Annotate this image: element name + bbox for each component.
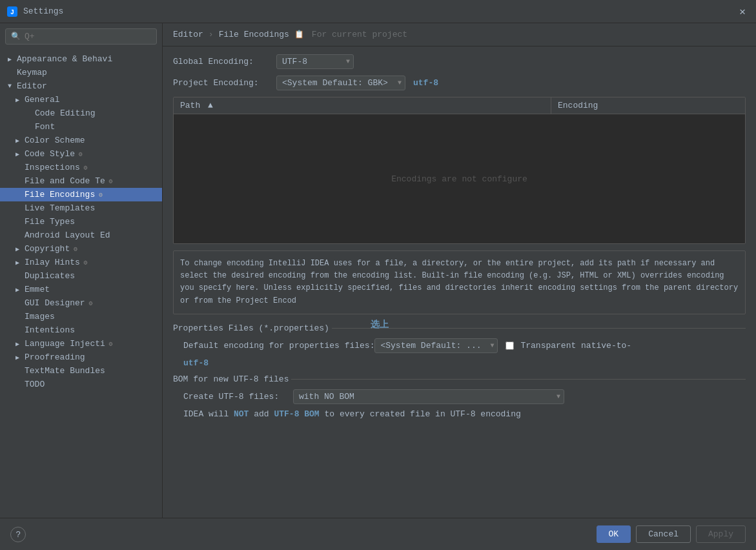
empty-message: Encodings are not configure [391, 174, 527, 184]
sort-arrow: ▲ [208, 101, 213, 110]
sidebar-item-file-encodings[interactable]: File Encodings ⚙ [0, 188, 162, 201]
help-button[interactable]: ? [10, 527, 26, 542]
sidebar-item-keymap[interactable]: Keymap [0, 66, 162, 79]
expand-arrow-copyright: ▶ [13, 245, 22, 253]
sidebar-item-file-code-te[interactable]: File and Code Te ⚙ [0, 174, 162, 188]
expand-arrow-appearance: ▶ [5, 56, 14, 63]
sidebar-label-keymap: Keymap [17, 68, 47, 77]
expand-arrow-emmet: ▶ [13, 286, 22, 294]
table-header: Path ▲ Encoding [174, 97, 745, 114]
main-panel: Editor › File Encodings 📋 For current pr… [163, 23, 756, 518]
icon-inlay-hints: ⚙ [84, 259, 88, 267]
default-encoding-select-wrapper: <System Default: ... ▼ [374, 338, 498, 353]
sidebar-label-color-scheme: Color Scheme [25, 136, 85, 145]
sidebar-label-android-layout: Android Layout Ed [25, 230, 110, 240]
breadcrumb-bar: Editor › File Encodings 📋 For current pr… [163, 23, 756, 46]
section-line [332, 328, 746, 329]
zh-annotation-2: utf-8 [183, 358, 209, 368]
sidebar-label-textmate-bundles: TextMate Bundles [25, 366, 105, 376]
encoding-table: Path ▲ Encoding Encodings are not config… [173, 97, 746, 244]
sidebar-label-appearance: Appearance & Behavi [17, 54, 112, 64]
content-area: 🔍 ▶ Appearance & Behavi Keymap ▼ Editor [0, 23, 756, 518]
icon-inspections: ⚙ [84, 164, 88, 172]
sidebar-item-duplicates[interactable]: Duplicates [0, 269, 162, 283]
project-encoding-select-wrapper: <System Default: GBK> ▼ [276, 76, 405, 90]
project-encoding-utf8: utf-8 [413, 78, 438, 88]
expand-arrow-inlay-hints: ▶ [13, 259, 22, 267]
sidebar-label-file-code-te: File and Code Te [25, 176, 105, 186]
breadcrumb-page: File Encodings [219, 30, 289, 39]
expand-arrow-proofreading: ▶ [13, 354, 22, 362]
expand-arrow-code-style: ▶ [13, 150, 22, 158]
sidebar-label-copyright: Copyright [25, 244, 70, 254]
default-encoding-select[interactable]: <System Default: ... [374, 338, 498, 353]
icon-file-code-te: ⚙ [109, 178, 113, 185]
sidebar-item-gui-designer[interactable]: GUI Designer ⚙ [0, 296, 162, 310]
close-button[interactable]: ✕ [735, 4, 750, 19]
sidebar-label-live-templates: Live Templates [25, 203, 95, 213]
col-encoding: Encoding [551, 97, 745, 114]
sidebar-item-inlay-hints[interactable]: ▶ Inlay Hints ⚙ [0, 256, 162, 269]
sidebar-item-inspections[interactable]: Inspections ⚙ [0, 161, 162, 174]
sidebar-label-general: General [25, 95, 60, 105]
create-utf8-label: Create UTF-8 files: [183, 392, 293, 402]
sidebar-item-editor[interactable]: ▼ Editor [0, 79, 162, 93]
sidebar-item-intentions[interactable]: Intentions [0, 323, 162, 337]
sidebar-item-images[interactable]: Images [0, 310, 162, 323]
sidebar-item-code-style[interactable]: ▶ Code Style ⚙ [0, 147, 162, 161]
project-encoding-select[interactable]: <System Default: GBK> [276, 76, 405, 90]
bom-row: Create UTF-8 files: with NO BOM ▼ [183, 389, 746, 404]
apply-button[interactable]: Apply [696, 525, 746, 543]
sidebar-item-proofreading[interactable]: ▶ Proofreading [0, 351, 162, 364]
sidebar: 🔍 ▶ Appearance & Behavi Keymap ▼ Editor [0, 23, 163, 518]
footer-left: ? [10, 527, 26, 542]
sidebar-label-inspections: Inspections [25, 163, 80, 172]
global-encoding-select[interactable]: UTF-8 [276, 54, 354, 69]
sidebar-label-todo: TODO [25, 380, 45, 389]
sidebar-label-proofreading: Proofreading [25, 352, 85, 362]
not-highlight: NOT [234, 409, 249, 419]
sidebar-item-font[interactable]: Font [0, 120, 162, 134]
ok-button[interactable]: OK [597, 525, 631, 543]
sidebar-item-live-templates[interactable]: Live Templates [0, 201, 162, 215]
icon-language-injecti: ⚙ [109, 340, 113, 348]
sidebar-label-inlay-hints: Inlay Hints [25, 258, 80, 267]
sidebar-label-file-types: File Types [25, 217, 75, 227]
sidebar-item-color-scheme[interactable]: ▶ Color Scheme [0, 134, 162, 147]
sidebar-label-images: Images [25, 312, 55, 321]
properties-section: Properties Files (*.properties) Default … [173, 323, 746, 368]
sidebar-label-duplicates: Duplicates [25, 271, 75, 281]
global-encoding-label: Global Encoding: [173, 57, 276, 66]
sidebar-item-copyright[interactable]: ▶ Copyright ⚙ [0, 242, 162, 256]
sidebar-item-code-editing[interactable]: Code Editing [0, 107, 162, 120]
for-current-project: For current project [312, 30, 407, 39]
icon-copyright: ⚙ [74, 245, 77, 253]
expand-arrow-general: ▶ [13, 96, 22, 104]
sidebar-label-intentions: Intentions [25, 325, 75, 335]
properties-encoding-row: Default encoding for properties files: <… [183, 338, 746, 353]
footer: ? OK Cancel Apply [0, 518, 756, 550]
sidebar-item-file-types[interactable]: File Types [0, 215, 162, 229]
utf8-annotation-row: utf-8 [183, 358, 746, 368]
sidebar-item-general[interactable]: ▶ General [0, 93, 162, 107]
search-input[interactable] [25, 32, 151, 41]
svg-text:J: J [10, 9, 14, 16]
sidebar-label-editor: Editor [17, 81, 47, 91]
project-icon: 📋 [294, 30, 304, 39]
sidebar-item-language-injecti[interactable]: ▶ Language Injecti ⚙ [0, 337, 162, 351]
bom-section-line [291, 379, 746, 380]
breadcrumb-separator: › [209, 30, 214, 39]
sidebar-item-appearance[interactable]: ▶ Appearance & Behavi [0, 52, 162, 66]
transparent-checkbox[interactable] [506, 341, 514, 350]
sidebar-item-todo[interactable]: TODO [0, 378, 162, 391]
sidebar-label-gui-designer: GUI Designer [25, 298, 85, 308]
cancel-button[interactable]: Cancel [636, 525, 691, 543]
sidebar-item-android-layout[interactable]: Android Layout Ed [0, 229, 162, 242]
bom-section-title: BOM for new UTF-8 files [173, 374, 746, 384]
zh-annotation-1: 选上 [371, 319, 389, 331]
sidebar-item-textmate-bundles[interactable]: TextMate Bundles [0, 364, 162, 378]
title-bar: J Settings ✕ [0, 0, 756, 23]
sidebar-item-emmet[interactable]: ▶ Emmet [0, 283, 162, 296]
expand-arrow-language-injecti: ▶ [13, 340, 22, 348]
bom-select[interactable]: with NO BOM [293, 389, 564, 404]
